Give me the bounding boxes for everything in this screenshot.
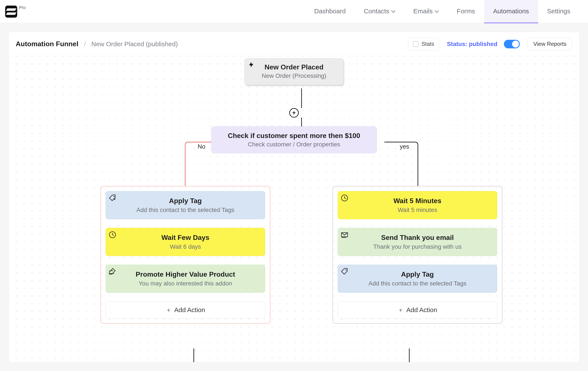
automation-panel: Automation Funnel / New Order Placed (pu… bbox=[9, 32, 579, 362]
action-card[interactable]: Wait Few Days Wait 6 days bbox=[105, 228, 265, 256]
button-label: Add Action bbox=[174, 306, 205, 314]
card-title: Send Thank you email bbox=[342, 234, 493, 242]
clock-icon bbox=[340, 194, 349, 202]
nav-label: Contacts bbox=[364, 8, 389, 15]
card-subtitle: Add this contact to the selected Tags bbox=[342, 280, 493, 287]
status-label: Status: published bbox=[447, 41, 497, 48]
svg-point-0 bbox=[114, 196, 115, 197]
action-card[interactable]: Send Thank you email Thank you for purch… bbox=[338, 228, 497, 256]
chevron-down-icon bbox=[435, 9, 439, 13]
logo-wrap: Pro bbox=[5, 6, 26, 18]
status-toggle[interactable] bbox=[504, 40, 520, 48]
action-card[interactable]: Apply Tag Add this contact to the select… bbox=[105, 191, 265, 219]
card-subtitle: Thank you for purchasing with us bbox=[342, 243, 493, 250]
card-title: Wait 5 Minutes bbox=[342, 197, 493, 205]
breadcrumb-sep: / bbox=[82, 41, 87, 48]
nav-emails[interactable]: Emails bbox=[404, 0, 448, 23]
panel-header: Automation Funnel / New Order Placed (pu… bbox=[9, 32, 579, 56]
add-action-button[interactable]: ＋ Add Action bbox=[105, 301, 265, 319]
clock-icon bbox=[108, 231, 116, 239]
trigger-title: New Order Placed bbox=[251, 63, 337, 71]
button-label: Add Action bbox=[406, 306, 437, 314]
logo-badge: Pro bbox=[19, 5, 26, 10]
condition-subtitle: Check customer / Order properties bbox=[218, 141, 370, 148]
breadcrumb-sub: New Order Placed (published) bbox=[91, 41, 178, 48]
condition-title: Check if customer spent more then $100 bbox=[218, 132, 370, 140]
card-title: Promote Higher Value Product bbox=[110, 270, 261, 278]
page: Automation Funnel / New Order Placed (pu… bbox=[0, 23, 588, 371]
trigger-subtitle: New Order (Processing) bbox=[251, 72, 337, 79]
stats-label: Stats bbox=[421, 41, 434, 47]
breadcrumb-main: Automation Funnel bbox=[16, 40, 78, 48]
compose-icon bbox=[340, 231, 349, 239]
card-subtitle: Wait 5 minutes bbox=[342, 206, 493, 213]
app-logo[interactable] bbox=[5, 6, 17, 18]
card-subtitle: Wait 6 days bbox=[110, 243, 261, 250]
branch-no: Apply Tag Add this contact to the select… bbox=[100, 186, 270, 324]
bolt-icon bbox=[248, 62, 254, 68]
main-nav: Dashboard Contacts Emails Forms Automati… bbox=[305, 0, 579, 23]
branch-label-yes: yes bbox=[400, 143, 409, 150]
topbar: Pro Dashboard Contacts Emails Forms Auto… bbox=[0, 0, 588, 23]
action-card[interactable]: Promote Higher Value Product You may als… bbox=[105, 265, 265, 293]
branch-yes: Wait 5 Minutes Wait 5 minutes Send Thank… bbox=[333, 186, 502, 324]
condition-node[interactable]: Check if customer spent more then $100 C… bbox=[211, 126, 377, 153]
tag-plus-icon bbox=[340, 268, 349, 276]
tag-plus-icon bbox=[108, 194, 116, 202]
plus-icon: ＋ bbox=[166, 306, 172, 314]
button-label: View Reports bbox=[533, 41, 567, 47]
nav-label: Dashboard bbox=[314, 8, 346, 15]
add-step-button[interactable]: + bbox=[289, 108, 299, 118]
card-subtitle: You may also interested this addon bbox=[110, 280, 261, 287]
add-action-button[interactable]: ＋ Add Action bbox=[338, 301, 497, 319]
nav-contacts[interactable]: Contacts bbox=[355, 0, 404, 23]
nav-label: Settings bbox=[547, 8, 570, 15]
card-subtitle: Add this contact to the selected Tags bbox=[110, 206, 261, 213]
nav-label: Forms bbox=[457, 8, 475, 15]
branch-label-no: No bbox=[198, 143, 205, 150]
trigger-node[interactable]: New Order Placed New Order (Processing) bbox=[244, 58, 344, 85]
plus-icon: ＋ bbox=[398, 306, 404, 314]
card-title: Apply Tag bbox=[110, 197, 261, 205]
action-card[interactable]: Wait 5 Minutes Wait 5 minutes bbox=[338, 191, 497, 219]
nav-automations[interactable]: Automations bbox=[484, 0, 538, 23]
toggle-knob bbox=[512, 41, 519, 48]
chevron-down-icon bbox=[391, 9, 395, 13]
nav-settings[interactable]: Settings bbox=[538, 0, 579, 23]
checkbox-icon bbox=[413, 41, 419, 47]
svg-point-3 bbox=[346, 269, 347, 271]
automation-canvas[interactable]: New Order Placed New Order (Processing) … bbox=[9, 56, 579, 362]
action-card[interactable]: Apply Tag Add this contact to the select… bbox=[338, 265, 497, 293]
nav-forms[interactable]: Forms bbox=[448, 0, 484, 23]
card-title: Apply Tag bbox=[342, 270, 493, 278]
compose-icon bbox=[108, 268, 116, 276]
card-title: Wait Few Days bbox=[110, 234, 261, 242]
nav-dashboard[interactable]: Dashboard bbox=[305, 0, 355, 23]
view-reports-button[interactable]: View Reports bbox=[528, 38, 572, 50]
nav-label: Emails bbox=[413, 8, 433, 15]
stats-checkbox[interactable]: Stats bbox=[408, 38, 439, 50]
nav-label: Automations bbox=[493, 8, 529, 15]
